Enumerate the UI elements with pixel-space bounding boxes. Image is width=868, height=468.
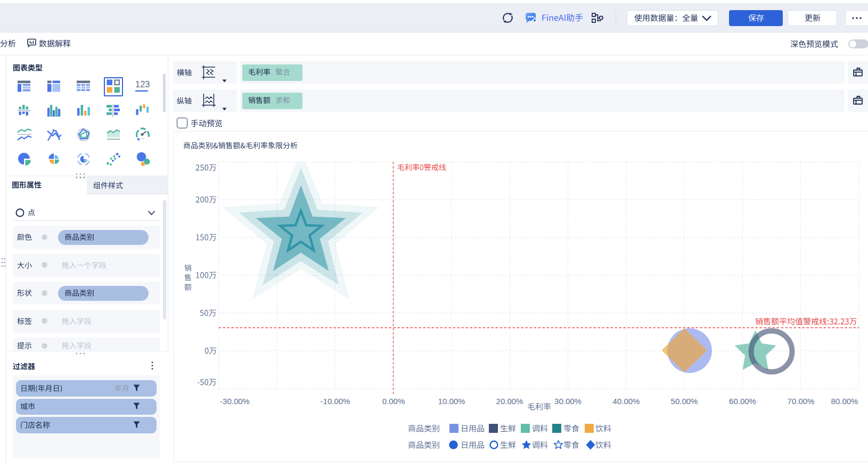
svg-text:123: 123 xyxy=(135,79,150,89)
